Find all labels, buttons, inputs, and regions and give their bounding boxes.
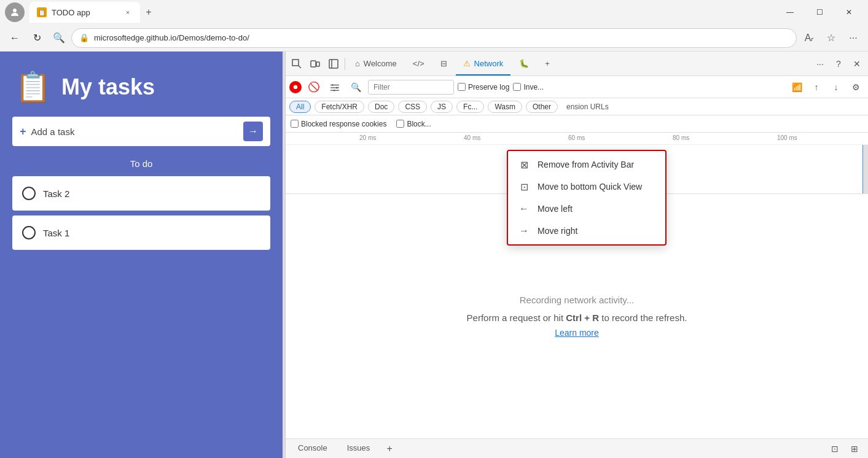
download-icon[interactable]: ↓: [827, 79, 845, 96]
device-emulation-button[interactable]: [307, 55, 324, 72]
app-title: My tasks: [61, 74, 155, 100]
new-tab-button[interactable]: +: [140, 4, 157, 21]
tab-add[interactable]: +: [538, 53, 557, 76]
bottom-add-tab-button[interactable]: +: [382, 441, 397, 456]
tick-40ms: 40 ms: [464, 134, 480, 141]
context-menu-move-left[interactable]: ← Move left: [508, 198, 665, 220]
tab-welcome-label: Welcome: [364, 59, 397, 68]
search-icon[interactable]: 🔍: [347, 79, 364, 96]
svg-rect-1: [292, 60, 299, 66]
preserve-log-checkbox[interactable]: [458, 83, 466, 91]
context-menu-move-bottom-label: Move to bottom Quick View: [538, 182, 642, 192]
task-checkbox-icon[interactable]: [22, 187, 36, 200]
title-bar: 📋 TODO app × + — ☐ ✕: [0, 0, 868, 25]
recording-status-text: Recording network activity...: [520, 295, 634, 305]
browser-tab-todo[interactable]: 📋 TODO app ×: [29, 2, 140, 23]
filter-chip-css[interactable]: CSS: [398, 101, 427, 113]
devtools-subtoolbar: ⏺ 🚫 🔍 Preserve log Inve... 📶 ↑: [286, 76, 868, 98]
add-task-input[interactable]: Add a task: [31, 126, 238, 137]
maximize-button[interactable]: ☐: [805, 2, 834, 22]
tab-title: TODO app: [52, 8, 118, 17]
tick-20ms: 20 ms: [359, 134, 376, 141]
move-right-icon: →: [518, 225, 530, 237]
tick-60ms: 60 ms: [568, 134, 585, 141]
back-button[interactable]: ←: [5, 28, 25, 48]
read-aloud-button[interactable]: Aᵣ: [799, 28, 819, 48]
filter-input[interactable]: [368, 80, 454, 95]
tab-console[interactable]: ⊟: [433, 53, 455, 76]
block-label[interactable]: Block...: [396, 120, 431, 128]
svg-rect-2: [311, 61, 316, 67]
devtools-tab-more-button[interactable]: ···: [811, 55, 829, 72]
bug-icon: 🐛: [519, 59, 529, 68]
profile-icon[interactable]: [5, 2, 25, 22]
filter-chip-doc[interactable]: Doc: [368, 101, 394, 113]
nav-bar: ← ↻ 🔍 🔒 microsoftedge.github.io/Demos/de…: [0, 25, 868, 52]
invert-checkbox-label[interactable]: Inve...: [513, 83, 544, 91]
console-icon: ⊟: [440, 59, 447, 68]
close-button[interactable]: ✕: [835, 2, 863, 22]
task-checkbox-icon[interactable]: [22, 226, 36, 239]
record-button[interactable]: ⏺: [289, 81, 302, 93]
favorites-button[interactable]: ☆: [821, 28, 841, 48]
filter-settings-button[interactable]: [326, 79, 343, 96]
move-left-icon: ←: [518, 203, 530, 215]
blocked-cookies-label[interactable]: Blocked response cookies: [291, 120, 386, 128]
inspect-element-button[interactable]: [288, 55, 305, 72]
search-button[interactable]: 🔍: [49, 28, 69, 48]
devtools-help-button[interactable]: ?: [830, 55, 847, 72]
preserve-log-checkbox-label[interactable]: Preserve log: [458, 83, 509, 91]
context-menu-move-right[interactable]: → Move right: [508, 220, 665, 242]
filter-bar: All Fetch/XHR Doc CSS JS Fc... Wasm Othe…: [286, 98, 868, 115]
checkbox-row: Blocked response cookies Block...: [286, 115, 868, 133]
learn-more-link[interactable]: Learn more: [555, 328, 599, 338]
svg-point-0: [13, 9, 17, 12]
filter-chip-other[interactable]: Other: [526, 101, 558, 113]
context-menu-move-left-label: Move left: [538, 204, 573, 214]
filter-chip-wasm[interactable]: Wasm: [488, 101, 522, 113]
toolbar-separator: [345, 58, 345, 70]
refresh-button[interactable]: ↻: [27, 28, 47, 48]
tab-elements[interactable]: </>: [405, 53, 432, 76]
tab-network-label: Network: [474, 59, 504, 68]
filter-chip-all[interactable]: All: [289, 101, 311, 113]
bottom-tab-issues[interactable]: Issues: [340, 439, 378, 459]
dock-bottom-icon[interactable]: ⊡: [826, 440, 843, 457]
more-button[interactable]: ···: [843, 28, 863, 48]
invert-checkbox[interactable]: [513, 83, 521, 91]
home-icon: ⌂: [355, 59, 360, 68]
devtools-toolbar: ⌂ Welcome </> ⊟ ⚠ Network 🐛: [286, 52, 868, 76]
remove-icon: ⊠: [518, 158, 530, 171]
filter-chip-font[interactable]: Fc...: [456, 101, 484, 113]
upload-icon[interactable]: ↑: [808, 79, 825, 96]
filter-chip-fetch[interactable]: Fetch/XHR: [315, 101, 364, 113]
dock-side-icon[interactable]: ⊞: [846, 440, 863, 457]
settings-icon[interactable]: ⚙: [847, 79, 864, 96]
list-item[interactable]: Task 2: [12, 176, 270, 211]
app-icon: 📋: [15, 70, 52, 104]
context-menu-remove[interactable]: ⊠ Remove from Activity Bar: [508, 153, 665, 176]
blocked-cookies-checkbox[interactable]: [291, 120, 299, 128]
filter-chip-js[interactable]: JS: [431, 101, 453, 113]
network-warn-icon: ⚠: [463, 59, 471, 68]
tab-network[interactable]: ⚠ Network: [456, 53, 511, 76]
minimize-button[interactable]: —: [776, 2, 804, 22]
bottom-tab-console[interactable]: Console: [291, 439, 335, 459]
wifi-icon[interactable]: 📶: [788, 79, 805, 96]
tab-close-button[interactable]: ×: [123, 7, 133, 17]
devtools-close-button[interactable]: ✕: [848, 55, 866, 72]
context-menu-move-bottom[interactable]: ⊡ Move to bottom Quick View: [508, 176, 665, 198]
add-task-arrow-button[interactable]: →: [243, 122, 263, 141]
elements-icon: </>: [413, 59, 424, 68]
clear-button[interactable]: 🚫: [305, 79, 323, 96]
block-checkbox[interactable]: [396, 120, 404, 128]
address-bar[interactable]: 🔒 microsoftedge.github.io/Demos/demo-to-…: [71, 28, 797, 48]
add-task-bar[interactable]: + Add a task →: [12, 117, 270, 146]
timeline-scrollbar[interactable]: [863, 145, 868, 193]
list-item[interactable]: Task 1: [12, 215, 270, 250]
tab-bug[interactable]: 🐛: [512, 53, 536, 76]
tab-welcome[interactable]: ⌂ Welcome: [348, 53, 404, 76]
sidebar-toggle-button[interactable]: [325, 55, 342, 72]
svg-rect-3: [316, 62, 319, 66]
context-menu: ⊠ Remove from Activity Bar ⊡ Move to bot…: [507, 150, 667, 246]
